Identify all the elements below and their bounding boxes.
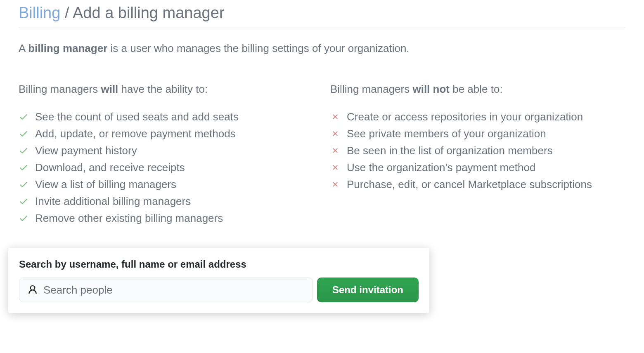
list-item: View a list of billing managers [19,176,314,193]
list-item-label: Add, update, or remove payment methods [35,126,236,142]
breadcrumb: Billing / Add a billing manager [19,4,625,28]
list-item-label: Download, and receive receipts [35,160,185,176]
abilities-wont-column: Billing managers will not be able to: Cr… [330,81,625,227]
list-item: View payment history [19,143,314,159]
search-label: Search by username, full name or email a… [19,259,419,270]
list-item: Remove other existing billing managers [19,210,314,226]
abilities-will-heading: Billing managers will have the ability t… [19,81,314,97]
will-heading-bold: will [101,83,118,95]
person-icon [27,285,38,295]
check-icon [19,213,28,223]
will-heading-prefix: Billing managers [19,83,101,95]
list-item-label: Be seen in the list of organization memb… [347,143,553,159]
check-icon [19,196,28,206]
x-icon [330,146,340,155]
search-input[interactable] [19,278,313,302]
intro-suffix: is a user who manages the billing settin… [107,42,409,54]
breadcrumb-link-billing[interactable]: Billing [19,4,60,21]
abilities-wont-list: Create or access repositories in your or… [330,109,625,193]
abilities-wont-heading: Billing managers will not be able to: [330,81,625,97]
abilities-columns: Billing managers will have the ability t… [19,81,625,227]
list-item: Be seen in the list of organization memb… [330,143,625,159]
abilities-will-list: See the count of used seats and add seat… [19,109,314,226]
will-heading-suffix: have the ability to: [118,83,208,95]
list-item-label: Invite additional billing managers [35,193,191,209]
search-row: Send invitation [19,278,419,302]
intro-bold: billing manager [28,42,107,54]
list-item-label: Remove other existing billing managers [35,210,223,226]
x-icon [330,112,340,122]
list-item: Invite additional billing managers [19,193,314,209]
search-card: Search by username, full name or email a… [8,248,429,313]
list-item-label: See the count of used seats and add seat… [35,109,239,125]
list-item: Use the organization's payment method [330,160,625,176]
check-icon [19,162,28,172]
check-icon [19,112,28,122]
list-item: Add, update, or remove payment methods [19,126,314,142]
check-icon [19,129,28,139]
x-icon [330,162,340,172]
list-item: Purchase, edit, or cancel Marketplace su… [330,176,625,193]
list-item: See private members of your organization [330,126,625,142]
check-icon [19,146,28,155]
list-item-label: Use the organization's payment method [347,160,535,176]
search-input-wrap [19,278,313,302]
x-icon [330,179,340,189]
intro-text: A billing manager is a user who manages … [19,40,625,56]
x-icon [330,129,340,139]
page-title: Add a billing manager [73,4,225,21]
wont-heading-prefix: Billing managers [330,83,412,95]
list-item: Download, and receive receipts [19,160,314,176]
abilities-will-column: Billing managers will have the ability t… [19,81,314,227]
breadcrumb-separator: / [60,4,73,21]
list-item-label: Create or access repositories in your or… [347,109,583,125]
check-icon [19,179,28,189]
list-item-label: See private members of your organization [347,126,546,142]
list-item: Create or access repositories in your or… [330,109,625,125]
send-invitation-button[interactable]: Send invitation [317,278,419,302]
list-item-label: View payment history [35,143,137,159]
list-item-label: Purchase, edit, or cancel Marketplace su… [347,176,592,193]
intro-prefix: A [19,42,28,54]
list-item-label: View a list of billing managers [35,176,176,193]
wont-heading-suffix: be able to: [450,83,503,95]
list-item: See the count of used seats and add seat… [19,109,314,125]
wont-heading-bold: will not [412,83,450,95]
